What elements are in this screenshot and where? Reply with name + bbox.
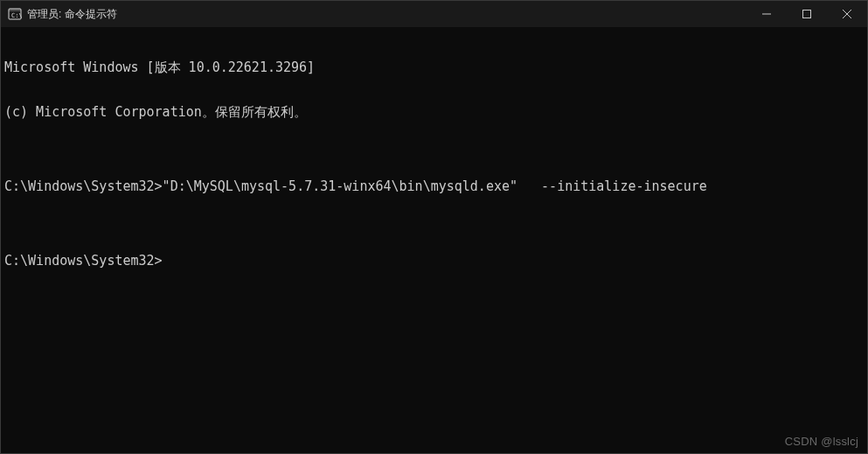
titlebar[interactable]: C:\ 管理员: 命令提示符: [1, 1, 867, 27]
svg-text:C:\: C:\: [11, 12, 22, 19]
terminal-line: (c) Microsoft Corporation。保留所有权利。: [4, 105, 864, 120]
window-title: 管理员: 命令提示符: [27, 7, 117, 22]
svg-rect-4: [803, 10, 811, 18]
cmd-icon: C:\: [8, 7, 22, 21]
svg-rect-1: [9, 9, 21, 11]
title-left: C:\ 管理员: 命令提示符: [1, 7, 117, 22]
terminal-line: C:\Windows\System32>"D:\MySQL\mysql-5.7.…: [4, 179, 864, 194]
terminal-line: Microsoft Windows [版本 10.0.22621.3296]: [4, 60, 864, 75]
terminal-prompt: C:\Windows\System32>: [4, 254, 864, 269]
cmd-window: C:\ 管理员: 命令提示符 Microsoft Windows [版本 10.…: [0, 0, 868, 454]
terminal-output[interactable]: Microsoft Windows [版本 10.0.22621.3296] (…: [1, 27, 867, 453]
maximize-button[interactable]: [787, 1, 827, 27]
close-button[interactable]: [827, 1, 867, 27]
watermark-text: CSDN @lsslcj: [785, 435, 858, 448]
minimize-button[interactable]: [746, 1, 787, 27]
window-controls: [746, 1, 867, 27]
